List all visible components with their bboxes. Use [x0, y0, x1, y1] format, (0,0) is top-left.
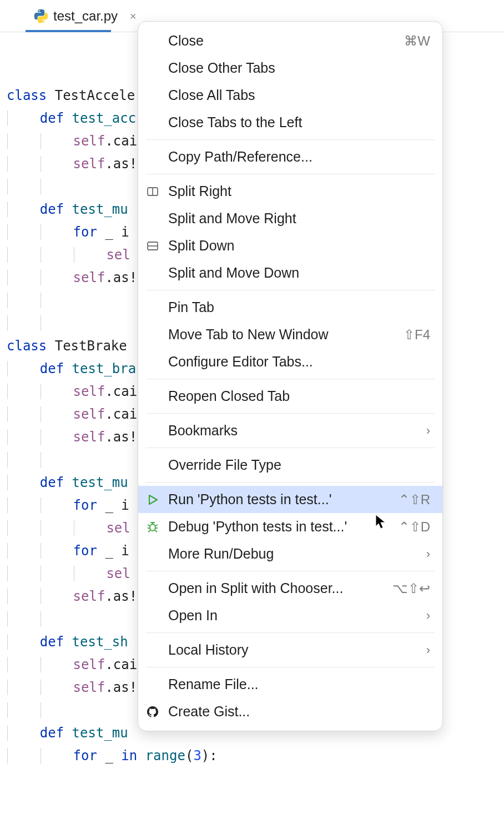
- code-line[interactable]: for _ in range(3):: [7, 745, 504, 767]
- file-tab[interactable]: test_car.py ×: [26, 0, 144, 32]
- menu-separator: [146, 139, 435, 140]
- menu-separator: [146, 379, 435, 379]
- menu-item-run-python-tests-in-test[interactable]: Run 'Python tests in test...'⌃⇧R: [138, 486, 442, 513]
- menu-separator: [146, 482, 435, 483]
- menu-item-label: Local History: [168, 642, 419, 658]
- menu-item-pin-tab[interactable]: Pin Tab: [138, 294, 442, 321]
- menu-separator: [146, 571, 435, 571]
- menu-separator: [146, 290, 435, 290]
- menu-separator: [146, 448, 435, 448]
- menu-item-label: Move Tab to New Window: [168, 326, 396, 343]
- menu-item-label: More Run/Debug: [168, 546, 419, 562]
- menu-item-label: Create Gist...: [168, 704, 430, 720]
- menu-separator: [146, 632, 435, 633]
- menu-item-local-history[interactable]: Local History›: [138, 636, 442, 664]
- menu-item-reopen-closed-tab[interactable]: Reopen Closed Tab: [138, 383, 442, 410]
- menu-item-close-tabs-to-the-left[interactable]: Close Tabs to the Left: [138, 109, 442, 136]
- menu-shortcut: ⇧F4: [404, 327, 430, 343]
- menu-item-label: Close Other Tabs: [168, 60, 430, 76]
- chevron-right-icon: ›: [426, 547, 430, 561]
- svg-line-11: [148, 530, 150, 532]
- close-icon[interactable]: ×: [130, 11, 137, 22]
- menu-item-configure-editor-tabs[interactable]: Configure Editor Tabs...: [138, 348, 442, 375]
- split-right-icon: [146, 185, 168, 198]
- menu-shortcut: ⌃⇧R: [399, 492, 430, 508]
- menu-shortcut: ⌥⇧↩: [392, 581, 430, 596]
- context-menu: Close⌘WClose Other TabsClose All TabsClo…: [138, 21, 443, 731]
- chevron-right-icon: ›: [426, 424, 430, 438]
- menu-item-close-all-tabs[interactable]: Close All Tabs: [138, 82, 442, 109]
- menu-item-label: Configure Editor Tabs...: [168, 354, 430, 370]
- github-icon: [146, 705, 168, 719]
- menu-item-split-right[interactable]: Split Right: [138, 178, 442, 205]
- menu-item-label: Split and Move Down: [168, 265, 430, 281]
- menu-item-close[interactable]: Close⌘W: [138, 27, 442, 54]
- menu-item-label: Run 'Python tests in test...': [168, 491, 391, 508]
- menu-item-bookmarks[interactable]: Bookmarks›: [138, 417, 442, 444]
- menu-item-label: Close: [168, 33, 396, 49]
- split-down-icon: [146, 239, 168, 253]
- menu-item-label: Copy Path/Reference...: [168, 149, 430, 165]
- menu-item-label: Debug 'Python tests in test...': [168, 519, 391, 535]
- python-icon: [33, 8, 49, 24]
- menu-item-label: Bookmarks: [168, 423, 419, 439]
- menu-item-label: Override File Type: [168, 457, 430, 473]
- menu-separator: [146, 413, 435, 414]
- menu-separator: [146, 667, 435, 667]
- menu-item-label: Reopen Closed Tab: [168, 388, 430, 404]
- run-icon: [146, 493, 168, 506]
- menu-item-override-file-type[interactable]: Override File Type: [138, 451, 442, 479]
- menu-item-split-and-move-down[interactable]: Split and Move Down: [138, 259, 442, 287]
- menu-item-split-and-move-right[interactable]: Split and Move Right: [138, 205, 442, 232]
- svg-point-4: [150, 524, 155, 531]
- tab-label: test_car.py: [53, 8, 118, 24]
- svg-line-7: [148, 525, 150, 526]
- menu-item-rename-file[interactable]: Rename File...: [138, 671, 442, 698]
- menu-item-label: Rename File...: [168, 676, 430, 692]
- menu-item-move-tab-to-new-window[interactable]: Move Tab to New Window⇧F4: [138, 321, 442, 348]
- chevron-right-icon: ›: [426, 609, 430, 623]
- menu-item-label: Pin Tab: [168, 299, 430, 315]
- menu-item-copy-path-reference[interactable]: Copy Path/Reference...: [138, 143, 442, 170]
- menu-shortcut: ⌘W: [404, 33, 430, 49]
- menu-item-close-other-tabs[interactable]: Close Other Tabs: [138, 54, 442, 82]
- menu-item-label: Split Right: [168, 183, 430, 199]
- menu-item-split-down[interactable]: Split Down: [138, 232, 442, 259]
- menu-item-label: Close All Tabs: [168, 87, 430, 103]
- menu-item-create-gist[interactable]: Create Gist...: [138, 698, 442, 725]
- menu-item-more-run-debug[interactable]: More Run/Debug›: [138, 540, 442, 567]
- svg-line-12: [155, 530, 157, 532]
- menu-item-label: Split and Move Right: [168, 210, 430, 227]
- svg-line-8: [155, 525, 158, 526]
- menu-shortcut: ⌃⇧D: [399, 519, 430, 535]
- menu-item-label: Open in Split with Chooser...: [168, 580, 385, 596]
- menu-separator: [146, 174, 435, 174]
- menu-item-open-in-split-with-chooser[interactable]: Open in Split with Chooser...⌥⇧↩: [138, 575, 442, 602]
- chevron-right-icon: ›: [426, 643, 430, 657]
- menu-item-label: Open In: [168, 607, 419, 624]
- menu-item-debug-python-tests-in-test[interactable]: Debug 'Python tests in test...'⌃⇧D: [138, 513, 442, 540]
- menu-item-open-in[interactable]: Open In›: [138, 602, 442, 629]
- menu-item-label: Close Tabs to the Left: [168, 114, 430, 130]
- debug-icon: [146, 520, 168, 534]
- menu-item-label: Split Down: [168, 238, 430, 254]
